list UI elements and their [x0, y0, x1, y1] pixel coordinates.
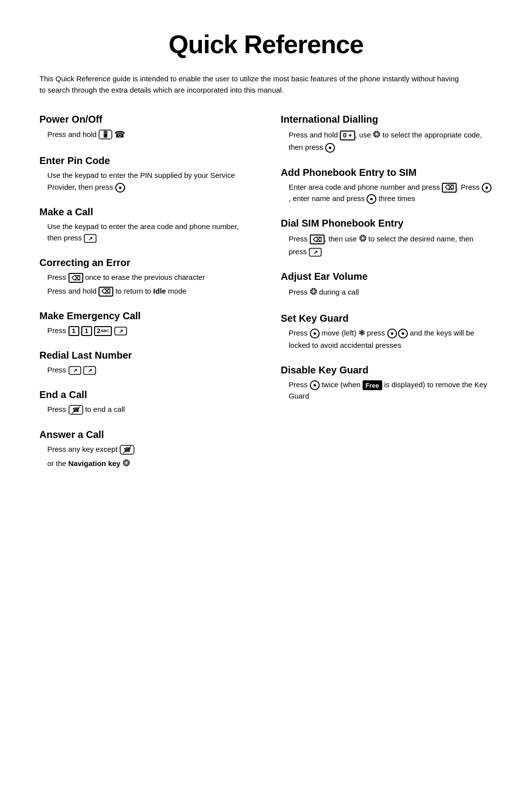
phone-end-icon: 📱 [99, 130, 112, 139]
section-heading: Redial Last Number [39, 350, 251, 361]
ok-button-icon-5 [310, 329, 320, 338]
send-key-icon-3: ↗ [68, 366, 81, 375]
left-column: Power On/Off Press and hold 📱 ☎ Enter Pi… [39, 114, 251, 484]
svg-text:↗: ↗ [118, 328, 123, 334]
section-body: Use the keypad to enter the PIN supplied… [39, 169, 251, 193]
section-correcting-error: Correcting an Error Press ⌫ once to eras… [39, 257, 251, 297]
section-heading: Dial SIM Phonebook Entry [281, 218, 493, 229]
section-set-key-guard: Set Key Guard Press move (left) ❃ press … [281, 313, 493, 351]
svg-text:↗: ↗ [72, 368, 77, 373]
clear-key-icon-2: ⌫ [99, 287, 113, 297]
section-redial-last-number: Redial Last Number Press ↗ ↗ [39, 350, 251, 375]
send-key-icon-2: ↗ [114, 327, 127, 335]
section-heading: Adjust Ear Volume [281, 271, 493, 282]
section-body: Use the keypad to enter the area code an… [39, 221, 251, 244]
section-heading: Set Key Guard [281, 313, 493, 324]
section-make-emergency-call: Make Emergency Call Press 1 1 2ABC ↗ [39, 310, 251, 336]
section-international-dialling: International Dialling Press and hold 0 … [281, 114, 493, 153]
section-power-on-off: Power On/Off Press and hold 📱 ☎ [39, 114, 251, 142]
section-heading: International Dialling [281, 114, 493, 125]
svg-text:↗: ↗ [87, 368, 92, 373]
section-dial-sim-phonebook: Dial SIM Phonebook Entry Press ⌫, then u… [281, 218, 493, 257]
send-key-icon-4: ↗ [83, 366, 96, 375]
section-body: Press ⌫, then use ❂ to select the desire… [281, 232, 493, 257]
section-body: Press move (left) ❃ press and the keys w… [281, 327, 493, 351]
key-2abc-icon: 2ABC [94, 326, 112, 336]
section-disable-key-guard: Disable Key Guard Press twice (when Free… [281, 365, 493, 402]
section-body: Press and hold 📱 ☎ [39, 128, 251, 142]
section-heading: Answer a Call [39, 429, 251, 440]
ok-button-icon [115, 183, 125, 193]
section-body: Press ☎ to end a call [39, 403, 251, 415]
section-body-2: or the Navigation key ❂ [39, 457, 251, 470]
section-heading: Make a Call [39, 206, 251, 218]
free-badge: Free [363, 380, 382, 390]
key-0-plus-icon: 0 + [340, 131, 355, 140]
section-end-a-call: End a Call Press ☎ to end a call [39, 389, 251, 415]
section-heading: Enter Pin Code [39, 155, 251, 167]
section-body-1: Press ⌫ once to erase the previous chara… [39, 271, 251, 283]
content-columns: Power On/Off Press and hold 📱 ☎ Enter Pi… [39, 114, 493, 484]
section-heading: Correcting an Error [39, 257, 251, 268]
intro-text: This Quick Reference guide is intended t… [39, 73, 463, 96]
ok-button-icon-3 [482, 183, 492, 193]
ok-button-icon-2 [325, 143, 335, 153]
svg-text:↗: ↗ [88, 235, 93, 241]
ok-button-icon-7 [398, 329, 408, 338]
section-heading: Disable Key Guard [281, 365, 493, 376]
key-1-icon: 1 [68, 326, 79, 336]
clear-key-icon-3: ⌫ [442, 183, 457, 193]
section-heading: End a Call [39, 389, 251, 401]
section-heading: Power On/Off [39, 114, 251, 125]
section-body: Press twice (when Free is displayed) to … [281, 379, 493, 402]
page-title: Quick Reference [39, 30, 493, 59]
section-add-phonebook-entry: Add Phonebook Entry to SIM Enter area co… [281, 167, 493, 204]
svg-text:↗: ↗ [313, 249, 317, 255]
ok-button-icon-8 [310, 380, 320, 390]
ok-button-icon-6 [387, 329, 397, 338]
svg-text:📱: 📱 [101, 130, 110, 138]
phone-end-icon-3: ☎ [120, 445, 134, 455]
right-column: International Dialling Press and hold 0 … [281, 114, 493, 484]
send-key-icon: ↗ [84, 234, 97, 243]
section-body: Press and hold 0 +, use ❂ to select the … [281, 128, 493, 153]
section-body: Press ❂ during a call [281, 285, 493, 299]
section-body: Enter area code and phone number and pre… [281, 181, 493, 204]
clear-key-icon-4: ⌫ [310, 234, 325, 244]
section-body-1: Press any key except ☎ [39, 443, 251, 455]
section-body: Press ↗ ↗ [39, 364, 251, 375]
section-enter-pin-code: Enter Pin Code Use the keypad to enter t… [39, 155, 251, 193]
section-body-2: Press and hold ⌫ to return to Idle mode [39, 285, 251, 297]
phone-end-icon-2: ☎ [68, 405, 83, 415]
send-key-icon-5: ↗ [309, 248, 322, 257]
section-make-a-call: Make a Call Use the keypad to enter the … [39, 206, 251, 244]
key-1b-icon: 1 [81, 326, 92, 336]
section-adjust-ear-volume: Adjust Ear Volume Press ❂ during a call [281, 271, 493, 299]
section-heading: Add Phonebook Entry to SIM [281, 167, 493, 178]
section-heading: Make Emergency Call [39, 310, 251, 322]
section-body: Press 1 1 2ABC ↗ [39, 325, 251, 336]
ok-button-icon-4 [366, 194, 376, 204]
section-answer-a-call: Answer a Call Press any key except ☎ or … [39, 429, 251, 470]
clear-key-icon: ⌫ [68, 273, 83, 283]
